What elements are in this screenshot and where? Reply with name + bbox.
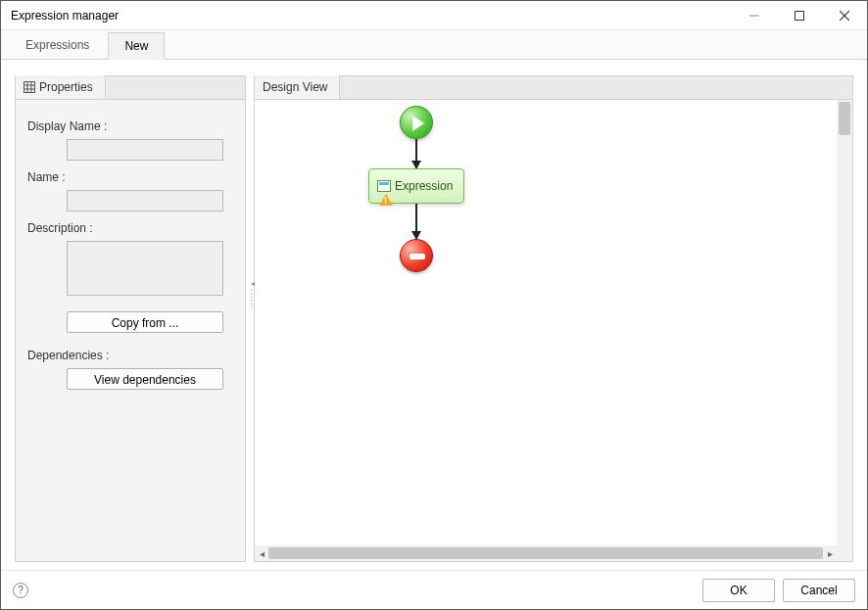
design-panel-tabs: Design View <box>255 76 852 100</box>
chevron-left-icon: ◂ <box>251 281 254 287</box>
name-label: Name : <box>27 170 233 184</box>
design-view-panel: ◂ ······ Design View <box>254 75 853 562</box>
tab-expressions[interactable]: Expressions <box>9 31 106 59</box>
maximize-icon <box>795 11 804 21</box>
dependencies-label: Dependencies : <box>27 349 233 362</box>
svg-rect-4 <box>24 82 35 93</box>
maximize-button[interactable] <box>777 1 822 29</box>
ok-button[interactable]: OK <box>702 579 775 602</box>
help-button[interactable]: ? <box>13 583 28 598</box>
window-icon <box>377 180 391 192</box>
close-icon <box>840 11 849 21</box>
properties-tab[interactable]: Properties <box>16 75 106 99</box>
scroll-left-icon[interactable]: ◂ <box>255 545 268 561</box>
expression-manager-window: Expression manager Expressions New <box>0 0 868 610</box>
display-name-input[interactable] <box>67 139 223 161</box>
horizontal-scroll-thumb[interactable] <box>268 547 823 559</box>
help-icon: ? <box>18 585 24 595</box>
content-area: Properties Display Name : Name : Descrip… <box>1 60 867 570</box>
titlebar: Expression manager <box>1 1 867 30</box>
properties-panel-tabs: Properties <box>16 76 245 100</box>
tab-label: Expressions <box>25 38 89 52</box>
properties-panel: Properties Display Name : Name : Descrip… <box>15 75 246 562</box>
tab-label: New <box>124 39 148 53</box>
start-node[interactable] <box>400 106 433 139</box>
close-button[interactable] <box>822 1 867 29</box>
cancel-button[interactable]: Cancel <box>783 579 855 602</box>
display-name-label: Display Name : <box>27 119 233 133</box>
warning-icon <box>379 194 393 206</box>
minimize-icon <box>749 11 759 21</box>
design-body: Expression ◂ <box>255 100 852 561</box>
vertical-scrollbar[interactable] <box>837 100 852 545</box>
description-input[interactable] <box>67 241 223 296</box>
design-canvas[interactable]: Expression <box>255 100 837 545</box>
scrollbar-corner <box>837 545 852 561</box>
dialog-footer: ? OK Cancel <box>1 570 867 609</box>
name-input[interactable] <box>67 190 223 211</box>
expression-node-label: Expression <box>395 179 453 193</box>
scroll-right-icon[interactable]: ▸ <box>823 545 837 561</box>
flow-diagram: Expression <box>333 106 500 272</box>
properties-tab-label: Properties <box>39 80 93 94</box>
window-title: Expression manager <box>11 9 732 23</box>
expression-node[interactable]: Expression <box>368 168 464 204</box>
vertical-scroll-thumb[interactable] <box>839 102 850 135</box>
grid-icon <box>24 81 35 93</box>
flow-arrow <box>415 204 417 239</box>
svg-rect-1 <box>796 11 804 20</box>
design-view-tab[interactable]: Design View <box>255 75 340 99</box>
minimize-button[interactable] <box>732 1 777 29</box>
top-tabs: Expressions New <box>1 30 867 60</box>
flow-arrow <box>415 139 417 168</box>
window-controls <box>732 1 867 29</box>
end-node[interactable] <box>400 239 433 272</box>
canvas-wrap: Expression ◂ <box>255 100 852 561</box>
tab-new[interactable]: New <box>108 32 165 60</box>
view-dependencies-button[interactable]: View dependencies <box>67 368 223 390</box>
horizontal-scrollbar[interactable]: ◂ ▸ <box>255 545 837 561</box>
properties-body: Display Name : Name : Description : Copy… <box>16 100 245 561</box>
description-label: Description : <box>27 221 233 235</box>
design-view-tab-label: Design View <box>263 80 327 94</box>
copy-from-button[interactable]: Copy from ... <box>67 311 223 333</box>
